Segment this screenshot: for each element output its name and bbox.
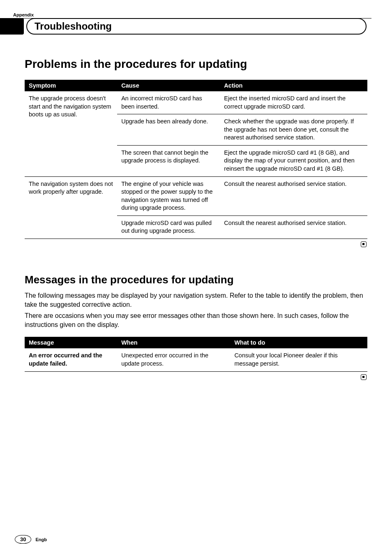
col-header-message: Message: [25, 337, 117, 348]
problems-heading: Problems in the procedures for updating: [25, 58, 367, 71]
cause-cell: Upgrade has been already done.: [117, 114, 220, 146]
messages-intro-1: The following messages may be displayed …: [25, 291, 367, 310]
table-row: The upgrade process doesn't start and th…: [25, 91, 367, 114]
section-title-bubble: Troubleshooting: [26, 18, 367, 35]
message-cell: An error occurred and the update failed.: [25, 348, 117, 371]
action-cell: Consult the nearest authorised service s…: [220, 215, 367, 239]
messages-heading: Messages in the procedures for updating: [25, 273, 367, 286]
table-header-row: Symptom Cause Action: [25, 80, 367, 91]
cause-cell: Upgrade microSD card was pulled out duri…: [117, 215, 220, 239]
language-label: Engb: [35, 537, 47, 542]
action-cell: Eject the inserted microSD card and inse…: [220, 91, 367, 114]
col-header-action: Action: [220, 80, 367, 91]
col-header-cause: Cause: [117, 80, 220, 91]
cause-cell: The screen that cannot begin the upgrade…: [117, 145, 220, 176]
section-tab: [0, 18, 24, 35]
when-cell: Unexpected error occurred in the update …: [117, 348, 230, 371]
action-cell: Eject the upgrade microSD card #1 (8 GB)…: [220, 145, 367, 176]
action-cell: Check whether the upgrade was done prope…: [220, 114, 367, 146]
symptom-cell: The navigation system does not work prop…: [25, 176, 117, 239]
page-footer: 30 Engb: [15, 535, 47, 544]
symptom-cell: The upgrade process doesn't start and th…: [25, 91, 117, 176]
page-number: 30: [15, 535, 31, 544]
section-end-icon: [25, 241, 367, 249]
cause-cell: The engine of your vehicle was stopped o…: [117, 176, 220, 215]
what-cell: Consult your local Pioneer dealer if thi…: [230, 348, 367, 371]
messages-table: Message When What to do An error occurre…: [25, 337, 367, 371]
action-cell: Consult the nearest authorised service s…: [220, 176, 367, 215]
messages-intro-2: There are occasions when you may see err…: [25, 311, 367, 330]
appendix-label: Appendix: [13, 12, 367, 17]
col-header-when: When: [117, 337, 230, 348]
table-header-row: Message When What to do: [25, 337, 367, 348]
cause-cell: An incorrect microSD card has been inser…: [117, 91, 220, 114]
table-row: The navigation system does not work prop…: [25, 176, 367, 215]
col-header-what: What to do: [230, 337, 367, 348]
col-header-symptom: Symptom: [25, 80, 117, 91]
problems-table: Symptom Cause Action The upgrade process…: [25, 80, 367, 239]
section-end-icon: [25, 374, 367, 382]
table-row: An error occurred and the update failed.…: [25, 348, 367, 371]
